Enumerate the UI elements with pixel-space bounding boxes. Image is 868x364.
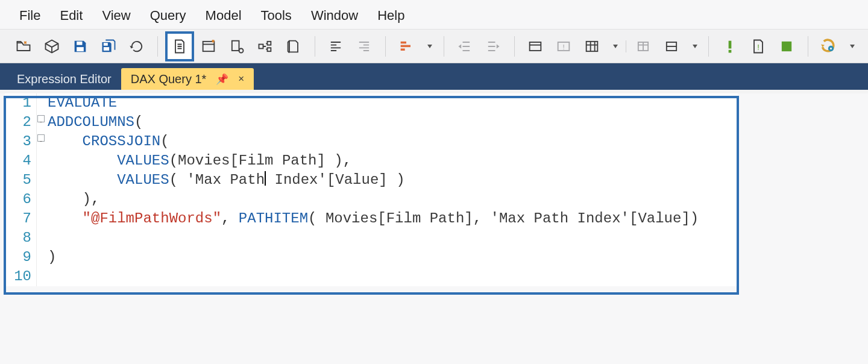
new-query-button[interactable]: [165, 31, 193, 61]
svg-rect-4: [203, 41, 215, 51]
menu-tools[interactable]: Tools: [254, 4, 299, 27]
toolbar-separator: [708, 36, 709, 57]
close-icon[interactable]: ×: [238, 73, 244, 85]
code-line: ): [48, 248, 738, 267]
code-token: 'Max Path: [186, 172, 265, 188]
svg-rect-10: [401, 41, 406, 43]
toolbar: ! !: [0, 30, 868, 63]
cube-button[interactable]: [38, 32, 65, 61]
run-query-button[interactable]: [815, 32, 842, 61]
toolbar-separator: [385, 36, 386, 57]
stop-button[interactable]: [773, 32, 800, 61]
code-token: ADDCOLUMNS: [48, 114, 134, 130]
results-small2-dropdown[interactable]: [687, 32, 702, 61]
editor-area: 12345678910 EVALUATEADDCOLUMNS( CROSSJOI…: [0, 93, 868, 364]
new-query-window-icon: [200, 38, 217, 55]
results-small-button[interactable]: [630, 32, 657, 61]
line-number: 7: [5, 209, 31, 228]
code-token: VALUES: [117, 152, 169, 169]
svg-rect-3: [104, 47, 109, 51]
tab-expression-editor[interactable]: Expression Editor: [7, 68, 121, 90]
refresh-button[interactable]: [123, 32, 150, 61]
code-line: ADDCOLUMNS(: [48, 113, 738, 132]
code-token: Movies[Film Path], 'Max Path Index'[Valu…: [326, 210, 690, 227]
new-query-window-button[interactable]: [195, 32, 222, 61]
results-small2-button[interactable]: [658, 32, 685, 61]
run-gear-icon: [820, 38, 837, 55]
align-left-button[interactable]: [322, 32, 350, 61]
results-table-button[interactable]: [579, 32, 606, 61]
line-number: 4: [5, 151, 31, 171]
svg-rect-9: [268, 48, 271, 51]
svg-rect-12: [401, 48, 405, 51]
warnings-button[interactable]: [716, 32, 743, 61]
pin-icon[interactable]: 📌: [216, 73, 228, 86]
line-number: 3: [5, 132, 31, 151]
svg-rect-19: [728, 40, 731, 48]
code-token: EVALUATE: [48, 95, 117, 111]
stop-icon: [778, 38, 795, 55]
results-small2-icon: [663, 38, 680, 55]
format-dax-dropdown[interactable]: [421, 32, 436, 61]
line-number-gutter: 12345678910: [5, 93, 37, 286]
script-button[interactable]: [280, 32, 307, 61]
code-line: CROSSJOIN(: [48, 132, 738, 151]
align-left-icon: [327, 38, 344, 55]
menu-help[interactable]: Help: [370, 4, 412, 27]
format-dax-icon: [398, 38, 415, 55]
svg-rect-0: [77, 41, 82, 45]
svg-text:!: !: [563, 42, 565, 50]
format-dax-button[interactable]: [393, 32, 420, 61]
svg-rect-7: [259, 44, 263, 48]
menu-view[interactable]: View: [95, 4, 137, 27]
connect-icon: [228, 38, 245, 55]
page-warn-icon: !: [750, 38, 767, 55]
code-line: [48, 267, 738, 286]
tab-label: DAX Query 1*: [131, 72, 207, 86]
save-icon: [72, 38, 89, 55]
menu-file[interactable]: File: [12, 4, 48, 27]
code-token: (: [134, 114, 143, 130]
code-editor[interactable]: 12345678910 EVALUATEADDCOLUMNS( CROSSJOI…: [5, 93, 738, 286]
results-small-icon: [635, 38, 652, 55]
results-dropdown[interactable]: [607, 32, 622, 61]
indent-left-button[interactable]: [451, 32, 479, 61]
open-folder-button[interactable]: [10, 32, 37, 61]
menubar: File Edit View Query Model Tools Window …: [0, 0, 868, 30]
page-warn-button[interactable]: !: [744, 32, 772, 61]
svg-rect-2: [104, 43, 108, 46]
menu-window[interactable]: Window: [304, 4, 365, 27]
deploy-button[interactable]: [252, 32, 279, 61]
connect-button[interactable]: [224, 32, 251, 61]
svg-rect-13: [530, 42, 541, 51]
toolbar-separator: [808, 36, 808, 57]
save-all-button[interactable]: [95, 32, 122, 61]
line-number: 8: [5, 228, 31, 248]
code-token: ,: [221, 210, 239, 227]
deploy-icon: [257, 38, 274, 55]
indent-left-icon: [456, 38, 473, 55]
results-grid-button[interactable]: [522, 32, 549, 61]
fold-toggle[interactable]: [37, 134, 45, 142]
svg-rect-8: [268, 41, 271, 45]
menu-model[interactable]: Model: [198, 4, 249, 27]
results-warn-button[interactable]: !: [550, 32, 577, 61]
toolbar-separator: [444, 36, 444, 57]
fold-toggle[interactable]: [37, 115, 45, 122]
run-query-dropdown[interactable]: [844, 32, 859, 61]
code-token: "@FilmPathWords": [83, 210, 221, 227]
line-number: 1: [5, 93, 31, 113]
code-content[interactable]: EVALUATEADDCOLUMNS( CROSSJOIN( VALUES(Mo…: [45, 93, 738, 286]
code-line: ),: [48, 190, 738, 209]
indent-right-button[interactable]: [480, 32, 507, 61]
save-button[interactable]: [66, 32, 93, 61]
menu-edit[interactable]: Edit: [52, 4, 90, 27]
chevron-down-icon: [850, 45, 855, 48]
tab-dax-query-1[interactable]: DAX Query 1* 📌 ×: [121, 68, 254, 90]
chevron-down-icon: [613, 45, 618, 48]
code-token: (: [308, 210, 326, 227]
menu-query[interactable]: Query: [143, 4, 193, 27]
code-token: Index'[Value]: [266, 172, 396, 188]
align-right-button[interactable]: [351, 32, 378, 61]
code-token: (: [169, 152, 178, 169]
